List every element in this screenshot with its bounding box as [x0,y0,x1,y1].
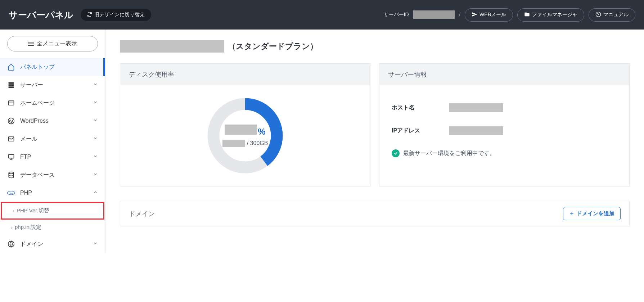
sidebar-item-php[interactable]: php PHP [0,184,105,202]
svg-text:php: php [10,192,13,194]
window-icon [7,99,15,107]
ip-label: IPアドレス [392,127,449,135]
domain-section: ドメイン ＋ ドメインを追加 [120,201,630,226]
sidebar-item-ftp[interactable]: FTP [0,148,105,166]
wordpress-icon [7,117,15,125]
sidebar-item-label: サーバー [20,81,43,89]
send-icon [472,12,477,18]
webmail-label: WEBメール [479,12,506,18]
status-text: 最新サーバー環境をご利用中です。 [403,150,495,157]
add-domain-label: ドメインを追加 [577,210,614,217]
sidebar-item-label: データベース [20,171,55,179]
sidebar-sub-label: PHP Ver.切替 [17,207,49,214]
all-menu-label: 全メニュー表示 [37,40,77,48]
chevron-up-icon [93,190,98,196]
chevron-down-icon [93,172,98,178]
ip-value-redacted [449,126,503,135]
add-domain-button[interactable]: ＋ ドメインを追加 [563,207,621,220]
php-icon: php [7,189,15,197]
svg-rect-3 [9,86,14,88]
disk-usage-card: ディスク使用率 % [120,63,370,186]
disk-total: / 300GB [247,140,268,147]
database-icon [7,171,15,179]
sidebar-item-label: PHP [20,190,32,196]
server-icon [7,81,15,89]
sidebar-item-panel-top[interactable]: パネルトップ [0,58,105,76]
chevron-right-icon: › [13,208,14,214]
percent-sign: % [258,127,265,137]
refresh-icon [87,12,92,18]
old-design-button[interactable]: 旧デザインに切り替え [81,9,151,21]
sidebar-item-label: FTP [20,154,31,160]
svg-rect-7 [9,154,14,158]
chevron-down-icon [93,241,98,247]
ip-row: IPアドレス [388,119,621,142]
chevron-down-icon [93,82,98,88]
svg-point-8 [9,172,13,174]
server-id-value-redacted [413,10,455,19]
sidebar-item-label: WordPress [20,118,49,124]
sidebar-sub-php-ver[interactable]: › PHP Ver.切替 [2,203,103,218]
home-icon [7,63,15,71]
sidebar-item-server[interactable]: サーバー [0,76,105,94]
sidebar-item-wordpress[interactable]: WordPress [0,112,105,130]
menu-icon [28,42,34,46]
main-content: （スタンダードプラン） ディスク使用率 % [105,30,644,253]
plan-name: （スタンダードプラン） [228,41,318,52]
svg-rect-2 [9,84,14,86]
divider-slash: / [459,12,460,18]
sidebar-item-homepage[interactable]: ホームページ [0,94,105,112]
manual-label: マニュアル [603,12,629,18]
svg-rect-4 [9,101,14,105]
sidebar-item-label: ホームページ [20,99,55,107]
server-id-label: サーバーID [384,12,409,18]
plus-icon: ＋ [569,210,575,217]
mail-icon [7,135,15,143]
sidebar-sub-php-ini[interactable]: › php.ini設定 [0,220,105,235]
disk-card-title: ディスク使用率 [120,64,370,85]
domain-title: ドメイン [129,209,155,218]
globe-icon [7,240,15,248]
app-logo: サーバーパネル [9,9,73,21]
host-value-redacted [449,103,503,112]
all-menu-button[interactable]: 全メニュー表示 [7,36,98,51]
page-title-row: （スタンダードプラン） [120,40,630,53]
sidebar-item-database[interactable]: データベース [0,166,105,184]
highlighted-sub-item: › PHP Ver.切替 [1,202,104,220]
sidebar-sub-label: php.ini設定 [15,224,41,231]
svg-rect-1 [9,82,14,84]
disk-usage-donut: % / 300GB [206,96,285,175]
help-icon [595,12,601,18]
sidebar-item-label: パネルトップ [20,63,55,71]
host-label: ホスト名 [392,104,449,112]
app-header: サーバーパネル 旧デザインに切り替え サーバーID / WEBメール ファイルマ… [0,0,644,30]
sidebar: 全メニュー表示 パネルトップ サーバー ホームページ WordPress メール [0,30,105,253]
manual-button[interactable]: マニュアル [589,8,635,22]
sidebar-item-mail[interactable]: メール [0,130,105,148]
host-row: ホスト名 [388,96,621,119]
old-design-label: 旧デザインに切り替え [94,12,145,18]
chevron-right-icon: › [11,224,13,230]
chevron-down-icon [93,118,98,124]
status-row: 最新サーバー環境をご利用中です。 [388,142,621,164]
chevron-down-icon [93,100,98,106]
server-name-redacted [120,40,224,53]
info-card-title: サーバー情報 [379,64,629,85]
server-info-card: サーバー情報 ホスト名 IPアドレス 最新サーバー環境をご利用中で [379,63,630,186]
file-manager-label: ファイルマネージャ [532,12,577,18]
check-circle-icon [392,149,400,157]
sidebar-item-label: メール [20,135,37,143]
webmail-button[interactable]: WEBメール [465,8,513,22]
sidebar-item-domain[interactable]: ドメイン [0,235,105,253]
disk-used-redacted [222,140,245,147]
sidebar-item-label: ドメイン [20,240,43,248]
file-manager-button[interactable]: ファイルマネージャ [517,8,584,22]
monitor-icon [7,153,15,161]
folder-icon [524,12,530,18]
chevron-down-icon [93,136,98,142]
chevron-down-icon [93,154,98,160]
disk-percent-redacted [225,125,257,135]
